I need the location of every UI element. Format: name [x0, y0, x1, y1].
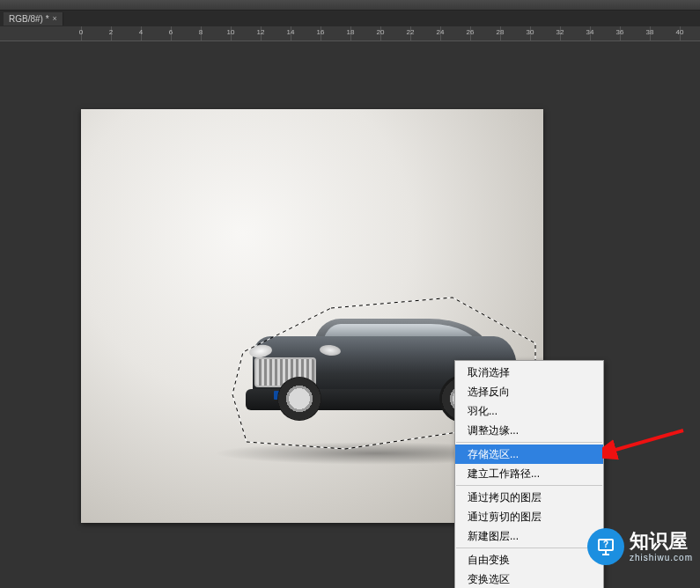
watermark-subtitle: zhishiwu.com	[630, 553, 693, 562]
ruler-tick: 22	[407, 28, 415, 36]
menu-separator	[456, 442, 602, 443]
menu-inverse[interactable]: 选择反向	[455, 382, 603, 401]
ruler-tick: 40	[676, 28, 684, 36]
ruler-tick: 10	[227, 28, 235, 36]
menu-refine-edge[interactable]: 调整边缘...	[455, 421, 603, 440]
title-bar	[0, 0, 700, 11]
menu-feather[interactable]: 羽化...	[455, 401, 603, 421]
ruler-tick: 4	[139, 28, 143, 36]
menu-deselect[interactable]: 取消选择	[455, 363, 603, 382]
ruler-tick: 38	[646, 28, 654, 36]
ruler-tick: 34	[586, 28, 594, 36]
ruler-tick: 12	[257, 28, 265, 36]
menu-transform-selection[interactable]: 变换选区	[455, 570, 603, 588]
ruler-tick: 30	[527, 28, 534, 36]
ruler-tick: 26	[467, 28, 475, 36]
ruler-tick: 20	[377, 28, 385, 36]
menu-layer-via-copy[interactable]: 通过拷贝的图层	[455, 488, 603, 507]
menu-separator	[456, 548, 602, 548]
document-tab-bar: RGB/8#) * ×	[0, 11, 700, 26]
watermark-badge-icon: ?	[587, 528, 624, 565]
tab-title: RGB/8#) *	[9, 14, 49, 24]
ruler-tick: 32	[556, 28, 564, 36]
ruler-horizontal: 0246810121416182022242628303234363840424…	[0, 26, 700, 41]
menu-make-work-path[interactable]: 建立工作路径...	[455, 464, 603, 483]
ruler-tick: 24	[437, 28, 445, 36]
ruler-tick: 0	[79, 28, 83, 36]
close-icon[interactable]: ×	[53, 14, 57, 23]
annotation-arrow-icon	[602, 427, 690, 462]
ruler-tick: 16	[317, 28, 325, 36]
ruler-tick: 18	[347, 28, 355, 36]
ruler-tick: 2	[109, 28, 113, 36]
menu-new-layer[interactable]: 新建图层...	[455, 526, 603, 546]
ruler-tick: 14	[287, 28, 295, 36]
menu-save-selection[interactable]: 存储选区...	[455, 445, 603, 464]
menu-separator	[456, 485, 602, 486]
menu-layer-via-cut[interactable]: 通过剪切的图层	[455, 507, 603, 526]
document-tab[interactable]: RGB/8#) * ×	[4, 12, 63, 26]
svg-line-2	[609, 430, 683, 452]
watermark-title: 知识屋	[630, 532, 693, 551]
ruler-tick: 36	[616, 28, 624, 36]
ruler-tick: 8	[199, 28, 203, 36]
watermark-logo: ? 知识屋 zhishiwu.com	[587, 528, 693, 565]
ruler-tick: 6	[169, 28, 173, 36]
menu-free-transform[interactable]: 自由变换	[455, 550, 603, 570]
svg-text:?: ?	[603, 540, 608, 549]
ruler-tick: 28	[497, 28, 505, 36]
selection-context-menu[interactable]: 取消选择 选择反向 羽化... 调整边缘... 存储选区... 建立工作路径..…	[454, 360, 604, 588]
canvas-area[interactable]: 200EX 取消选择 选择反向 羽化... 调整边缘... 存储选区... 建立…	[0, 41, 700, 588]
